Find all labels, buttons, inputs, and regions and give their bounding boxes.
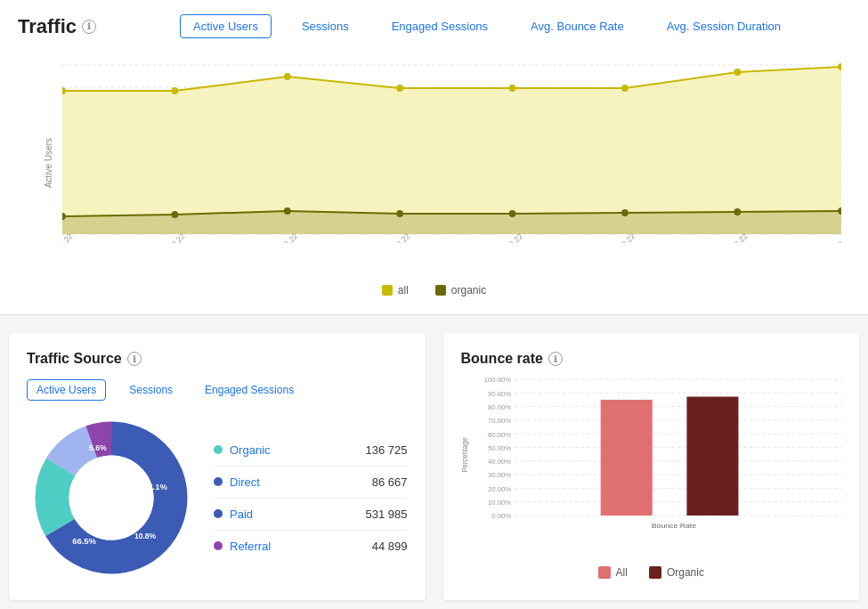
traffic-dot-direct — [214, 477, 223, 486]
donut-and-legend: 17.1% 66.5% 10.8% 5.6% Organic 136 725 — [27, 413, 408, 582]
legend-all-dot — [382, 285, 393, 296]
svg-text:40.00%: 40.00% — [487, 459, 511, 466]
bounce-chart-area: 100.00% 90.00% 80.00% 70.00% 60.00% 50.0… — [461, 379, 842, 557]
traffic-source-title-text: Traffic Source — [27, 351, 122, 367]
svg-point-33 — [621, 209, 629, 216]
svg-point-24 — [509, 85, 516, 92]
traffic-label-direct[interactable]: Direct — [214, 475, 260, 489]
main-chart-area: Active Users 160k 140k 120k 100k 80k 60k… — [18, 47, 850, 279]
top-section: Traffic ℹ Active Users Sessions Engaged … — [0, 0, 868, 315]
legend-all-label: all — [398, 284, 409, 296]
traffic-value-organic: 136 725 — [366, 443, 408, 457]
y-axis-label: Active Users — [44, 138, 53, 188]
page-title: Traffic ℹ — [18, 15, 96, 38]
bounce-legend-organic-dot — [649, 566, 661, 579]
traffic-label-paid[interactable]: Paid — [214, 508, 253, 521]
traffic-value-direct: 86 667 — [372, 475, 408, 489]
sub-tab-sessions[interactable]: Sessions — [120, 380, 182, 400]
svg-text:20.00%: 20.00% — [487, 485, 511, 492]
legend-all: all — [382, 284, 409, 296]
donut-chart: 17.1% 66.5% 10.8% 5.6% — [27, 413, 196, 582]
traffic-source-info-icon[interactable]: ℹ — [127, 352, 142, 366]
bottom-section: Traffic Source ℹ Active Users Sessions E… — [0, 324, 868, 609]
svg-point-30 — [284, 207, 291, 215]
bounce-rate-info-icon[interactable]: ℹ — [548, 352, 563, 366]
bounce-rate-title: Bounce rate ℹ — [461, 351, 842, 367]
traffic-row-paid: Paid 531 985 — [214, 499, 408, 531]
bounce-legend-all-dot — [598, 566, 611, 579]
svg-text:30.00%: 30.00% — [487, 472, 511, 479]
bar-organic — [686, 397, 738, 516]
svg-text:80.00%: 80.00% — [487, 403, 511, 410]
tab-avg-session-duration[interactable]: Avg. Session Duration — [654, 15, 793, 37]
svg-text:100.00%: 100.00% — [483, 377, 511, 384]
traffic-row-direct: Direct 86 667 — [214, 467, 408, 499]
svg-text:50.00%: 50.00% — [487, 444, 511, 451]
traffic-name-direct: Direct — [230, 475, 260, 489]
svg-point-48 — [69, 456, 154, 540]
chart-legend: all organic — [18, 279, 850, 305]
traffic-dot-organic — [214, 445, 223, 454]
main-tab-bar: Active Users Sessions Engaged Sessions A… — [123, 14, 850, 38]
svg-text:10.00%: 10.00% — [487, 499, 511, 507]
bounce-legend-organic: Organic — [649, 566, 704, 579]
bounce-legend-all: All — [598, 566, 628, 579]
tab-avg-bounce-rate[interactable]: Avg. Bounce Rate — [518, 15, 637, 37]
traffic-name-organic: Organic — [230, 443, 271, 457]
traffic-value-paid: 531 985 — [366, 508, 408, 521]
traffic-label-organic[interactable]: Organic — [214, 443, 271, 457]
legend-organic-dot — [435, 285, 446, 296]
traffic-label-referral[interactable]: Referral — [214, 540, 271, 553]
traffic-value-referral: 44 899 — [372, 540, 408, 553]
svg-text:90.00%: 90.00% — [487, 390, 511, 397]
svg-text:Bounce Rate: Bounce Rate — [651, 522, 696, 529]
svg-marker-18 — [62, 67, 841, 234]
bounce-legend-all-label: All — [616, 566, 628, 579]
title-text: Traffic — [18, 15, 77, 38]
svg-text:Percentage: Percentage — [460, 437, 469, 473]
bounce-legend-organic-label: Organic — [667, 566, 704, 579]
traffic-dot-referral — [214, 541, 223, 550]
svg-point-23 — [396, 85, 403, 92]
sub-tab-active-users[interactable]: Active Users — [27, 379, 106, 401]
bounce-rate-legend: All Organic — [461, 566, 842, 579]
main-chart-svg: 160k 140k 120k 100k 80k 60k 40k 20k 0.0 — [62, 56, 841, 243]
tab-engaged-sessions[interactable]: Engaged Sessions — [379, 15, 500, 37]
traffic-sub-tab-bar: Active Users Sessions Engaged Sessions — [27, 379, 408, 401]
legend-organic: organic — [435, 284, 486, 296]
svg-point-26 — [734, 69, 741, 76]
traffic-source-panel: Traffic Source ℹ Active Users Sessions E… — [9, 333, 426, 600]
traffic-row-organic: Organic 136 725 — [214, 434, 408, 467]
tab-sessions[interactable]: Sessions — [289, 15, 361, 37]
svg-point-31 — [396, 210, 403, 217]
traffic-list: Organic 136 725 Direct 86 667 Paid — [214, 434, 408, 562]
title-info-icon[interactable]: ℹ — [82, 20, 96, 34]
bounce-rate-title-text: Bounce rate — [461, 351, 543, 367]
svg-text:5.6%: 5.6% — [89, 443, 107, 452]
top-header: Traffic ℹ Active Users Sessions Engaged … — [18, 14, 850, 38]
svg-point-29 — [172, 211, 179, 218]
sub-tab-engaged-sessions[interactable]: Engaged Sessions — [196, 380, 303, 400]
traffic-name-referral: Referral — [230, 540, 271, 553]
traffic-name-paid: Paid — [230, 508, 253, 521]
svg-text:0.00%: 0.00% — [491, 513, 511, 520]
traffic-dot-paid — [214, 509, 223, 518]
bounce-rate-panel: Bounce rate ℹ 100.00% 90.00% 80.00 — [443, 333, 860, 600]
svg-point-22 — [284, 73, 291, 80]
svg-text:17.1%: 17.1% — [143, 482, 167, 491]
svg-point-25 — [621, 85, 629, 92]
tab-active-users[interactable]: Active Users — [180, 14, 272, 38]
legend-organic-label: organic — [451, 284, 486, 296]
traffic-source-title: Traffic Source ℹ — [27, 351, 408, 367]
traffic-row-referral: Referral 44 899 — [214, 531, 408, 562]
svg-point-21 — [172, 87, 179, 94]
svg-text:10.8%: 10.8% — [134, 532, 157, 540]
svg-text:60.00%: 60.00% — [487, 431, 511, 438]
svg-point-34 — [734, 208, 741, 215]
svg-point-32 — [509, 210, 516, 217]
svg-text:66.5%: 66.5% — [72, 536, 96, 546]
svg-text:70.00%: 70.00% — [487, 418, 511, 425]
bar-all — [600, 400, 652, 516]
